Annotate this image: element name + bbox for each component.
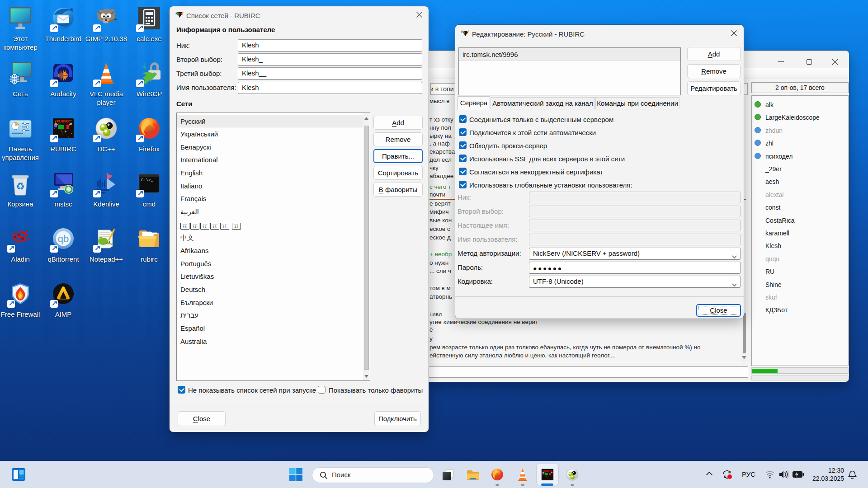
svg-text:♻: ♻ [16, 181, 25, 192]
svg-text:RUBIRC: RUBIRC [56, 119, 70, 123]
svg-text:RUBIRC: RUBIRC [543, 469, 552, 472]
svg-text:C:\>_: C:\>_ [141, 178, 154, 183]
svg-text:Notepad++: Notepad++ [105, 242, 118, 245]
svg-text:qb: qb [58, 233, 69, 244]
